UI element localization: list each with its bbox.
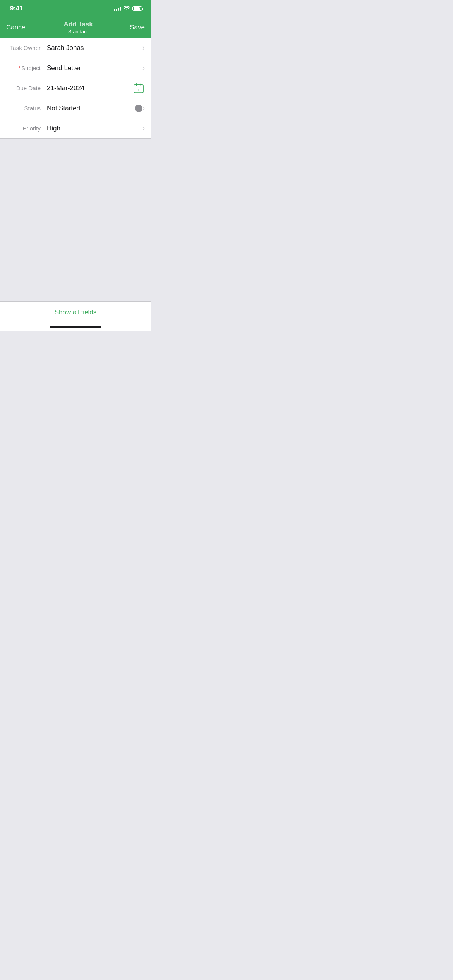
page: 9:41 Cancel Add Task xyxy=(0,0,151,331)
status-value-container: Not Started xyxy=(47,105,142,112)
status-label: Status xyxy=(6,105,47,111)
status-bar: 9:41 xyxy=(0,0,151,17)
due-date-value: 21-Mar-2024 xyxy=(47,84,132,92)
priority-row[interactable]: Priority High › xyxy=(0,118,151,139)
required-star-icon: * xyxy=(19,65,21,71)
task-owner-label: Task Owner xyxy=(6,45,47,51)
status-dot-icon xyxy=(135,105,142,112)
nav-title-main: Add Task xyxy=(34,21,122,28)
status-chevron-icon: › xyxy=(142,104,145,112)
svg-text:1: 1 xyxy=(138,87,140,91)
task-owner-value: Sarah Jonas xyxy=(47,44,142,52)
signal-icon xyxy=(114,6,121,11)
status-row[interactable]: Status Not Started › xyxy=(0,98,151,118)
subject-row[interactable]: * Subject Send Letter › xyxy=(0,58,151,78)
battery-icon xyxy=(132,6,143,11)
save-button[interactable]: Save xyxy=(130,24,145,31)
home-indicator xyxy=(0,323,151,331)
subject-value: Send Letter xyxy=(47,64,142,72)
svg-rect-1 xyxy=(135,87,142,87)
cancel-button[interactable]: Cancel xyxy=(6,24,27,31)
priority-chevron-icon: › xyxy=(142,124,145,132)
priority-value: High xyxy=(47,125,142,132)
wifi-icon xyxy=(124,5,130,12)
due-date-row[interactable]: Due Date 21-Mar-2024 1 xyxy=(0,78,151,98)
task-owner-row[interactable]: Task Owner Sarah Jonas › xyxy=(0,38,151,58)
task-owner-chevron-icon: › xyxy=(142,44,145,52)
nav-title-sub: Standard xyxy=(34,29,122,34)
home-bar xyxy=(50,326,101,328)
priority-label: Priority xyxy=(6,125,47,132)
nav-bar: Cancel Add Task Standard Save xyxy=(0,17,151,38)
status-time: 9:41 xyxy=(10,5,23,12)
calendar-icon[interactable]: 1 xyxy=(132,82,145,94)
show-all-fields-label: Show all fields xyxy=(55,308,97,316)
subject-chevron-icon: › xyxy=(142,64,145,72)
due-date-label: Due Date xyxy=(6,85,47,91)
bottom-section: Show all fields xyxy=(0,301,151,331)
subject-label-container: * Subject xyxy=(6,65,47,71)
form-container: Task Owner Sarah Jonas › * Subject Send … xyxy=(0,38,151,139)
status-icons xyxy=(114,5,143,12)
status-value: Not Started xyxy=(47,105,132,112)
content-area: Task Owner Sarah Jonas › * Subject Send … xyxy=(0,38,151,331)
subject-label: Subject xyxy=(21,65,41,71)
empty-area xyxy=(0,139,151,301)
show-all-fields-button[interactable]: Show all fields xyxy=(0,302,151,323)
nav-title: Add Task Standard xyxy=(27,21,130,34)
